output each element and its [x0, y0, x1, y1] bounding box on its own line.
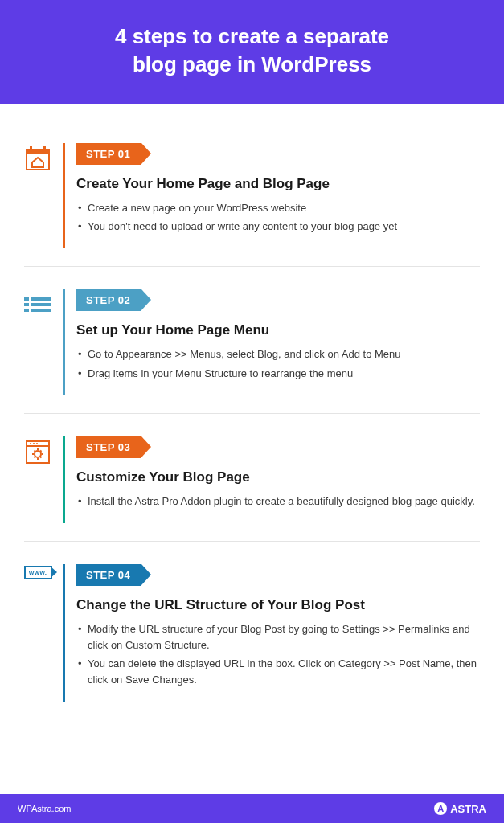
- divider: [24, 266, 480, 267]
- step-3-body: STEP 03 Customize Your Blog Page Install…: [63, 436, 480, 523]
- step-1-title: Create Your Home Page and Blog Page: [76, 176, 480, 192]
- svg-rect-7: [31, 303, 51, 306]
- step-2-body: STEP 02 Set up Your Home Page Menu Go to…: [63, 289, 480, 395]
- title-line-1: 4 steps to create a separate: [115, 24, 389, 48]
- step-4: www. STEP 04 Change the URL Structure of…: [24, 564, 480, 702]
- step-1-badge: STEP 01: [76, 143, 141, 165]
- step-2-title: Set up Your Home Page Menu: [76, 322, 480, 338]
- www-label: www.: [24, 566, 52, 579]
- list-item: Install the Astra Pro Addon plugin to cr…: [76, 493, 480, 510]
- step-1: STEP 01 Create Your Home Page and Blog P…: [24, 143, 480, 248]
- svg-rect-5: [31, 297, 51, 301]
- svg-point-14: [36, 443, 38, 444]
- svg-rect-8: [24, 309, 29, 312]
- svg-rect-4: [24, 297, 29, 301]
- step-4-body: STEP 04 Change the URL Structure of Your…: [63, 564, 480, 702]
- divider: [24, 413, 480, 414]
- list-item: You can delete the displayed URL in the …: [76, 656, 480, 688]
- step-1-bullets: Create a new page on your WordPress webs…: [76, 200, 480, 235]
- menu-list-icon: [24, 289, 63, 395]
- brand-text: ASTRA: [450, 803, 486, 815]
- url-www-icon: www.: [24, 564, 63, 702]
- settings-window-icon: [24, 436, 63, 523]
- step-2: STEP 02 Set up Your Home Page Menu Go to…: [24, 289, 480, 395]
- svg-rect-2: [30, 146, 32, 151]
- divider: [24, 541, 480, 542]
- list-item: You don't need to upload or write any co…: [76, 219, 480, 235]
- svg-point-15: [35, 451, 41, 457]
- step-3-badge: STEP 03: [76, 436, 141, 458]
- svg-rect-6: [24, 303, 29, 306]
- list-item: Go to Appearance >> Menus, select Blog, …: [76, 346, 480, 362]
- footer: WPAstra.com A ASTRA: [0, 794, 504, 823]
- header: 4 steps to create a separate blog page i…: [0, 0, 504, 104]
- step-4-bullets: Modify the URL structure of your Blog Po…: [76, 621, 480, 689]
- step-2-badge: STEP 02: [76, 289, 141, 311]
- brand-logo-icon: A: [434, 802, 447, 815]
- step-1-body: STEP 01 Create Your Home Page and Blog P…: [63, 143, 480, 248]
- step-3: STEP 03 Customize Your Blog Page Install…: [24, 436, 480, 523]
- list-item: Drag items in your Menu Structure to rea…: [76, 366, 480, 382]
- calendar-home-icon: [24, 143, 63, 248]
- svg-point-12: [30, 443, 31, 444]
- list-item: Create a new page on your WordPress webs…: [76, 200, 480, 216]
- footer-site: WPAstra.com: [18, 804, 71, 813]
- title-line-2: blog page in WordPress: [133, 52, 371, 76]
- step-3-title: Customize Your Blog Page: [76, 469, 480, 485]
- content: STEP 01 Create Your Home Page and Blog P…: [0, 104, 504, 794]
- step-2-bullets: Go to Appearance >> Menus, select Blog, …: [76, 346, 480, 381]
- step-4-badge: STEP 04: [76, 564, 141, 586]
- page-title: 4 steps to create a separate blog page i…: [16, 23, 488, 79]
- svg-point-13: [33, 443, 35, 444]
- step-3-bullets: Install the Astra Pro Addon plugin to cr…: [76, 493, 480, 510]
- svg-rect-9: [31, 309, 51, 312]
- list-item: Modify the URL structure of your Blog Po…: [76, 621, 480, 653]
- svg-rect-3: [43, 146, 46, 151]
- footer-brand: A ASTRA: [434, 802, 486, 815]
- step-4-title: Change the URL Structure of Your Blog Po…: [76, 597, 480, 613]
